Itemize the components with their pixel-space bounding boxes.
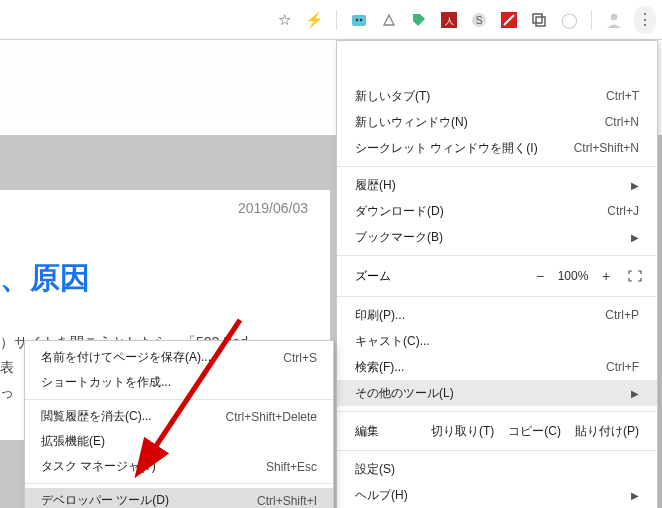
- chevron-right-icon: ▶: [631, 180, 639, 191]
- ext-icon-drive[interactable]: [379, 10, 399, 30]
- bolt-icon[interactable]: ⚡: [304, 10, 324, 30]
- edit-copy[interactable]: コピー(C): [508, 423, 561, 440]
- more-tools-submenu: 名前を付けてページを保存(A)...Ctrl+S ショートカットを作成... 閲…: [24, 340, 334, 508]
- submenu-separator: [25, 399, 333, 400]
- page-date: 2019/06/03: [0, 200, 320, 216]
- ext-icon-1[interactable]: [349, 10, 369, 30]
- toolbar-separator: [591, 10, 592, 30]
- chrome-menu-button[interactable]: ⋮: [634, 6, 656, 34]
- svg-text:S: S: [476, 15, 483, 26]
- ext-icon-copy[interactable]: [529, 10, 549, 30]
- svg-marker-3: [384, 15, 394, 25]
- submenu-extensions[interactable]: 拡張機能(E): [25, 429, 333, 454]
- ext-icon-pdf[interactable]: 人: [439, 10, 459, 30]
- menu-separator: [337, 450, 657, 451]
- zoom-value: 100%: [551, 269, 595, 283]
- menu-downloads[interactable]: ダウンロード(D)Ctrl+J: [337, 198, 657, 224]
- menu-new-window[interactable]: 新しいウィンドウ(N)Ctrl+N: [337, 109, 657, 135]
- submenu-separator: [25, 483, 333, 484]
- edit-cut[interactable]: 切り取り(T): [431, 423, 494, 440]
- menu-help[interactable]: ヘルプ(H)▶: [337, 482, 657, 508]
- menu-settings[interactable]: 設定(S): [337, 456, 657, 482]
- svg-point-1: [356, 18, 358, 20]
- browser-toolbar: ☆ ⚡ 人 S ◯ ⋮: [0, 0, 662, 40]
- menu-more-tools[interactable]: その他のツール(L)▶: [337, 380, 657, 406]
- menu-new-tab[interactable]: 新しいタブ(T)Ctrl+T: [337, 83, 657, 109]
- toolbar-separator: [336, 10, 337, 30]
- menu-print[interactable]: 印刷(P)...Ctrl+P: [337, 302, 657, 328]
- svg-point-2: [360, 18, 362, 20]
- submenu-create-shortcut[interactable]: ショートカットを作成...: [25, 370, 333, 395]
- star-icon[interactable]: ☆: [274, 10, 294, 30]
- menu-history[interactable]: 履歴(H)▶: [337, 172, 657, 198]
- svg-point-11: [611, 13, 618, 20]
- menu-cast[interactable]: キャスト(C)...: [337, 328, 657, 354]
- menu-separator: [337, 411, 657, 412]
- svg-rect-9: [533, 14, 542, 23]
- svg-rect-0: [352, 15, 366, 26]
- menu-separator: [337, 166, 657, 167]
- zoom-out-button[interactable]: −: [529, 268, 551, 284]
- submenu-clear-browsing[interactable]: 閲覧履歴を消去(C)...Ctrl+Shift+Delete: [25, 404, 333, 429]
- edit-paste[interactable]: 貼り付け(P): [575, 423, 639, 440]
- zoom-in-button[interactable]: +: [595, 268, 617, 284]
- chrome-main-menu: 新しいタブ(T)Ctrl+T 新しいウィンドウ(N)Ctrl+N シークレット …: [336, 40, 658, 508]
- ext-icon-faded[interactable]: ◯: [559, 10, 579, 30]
- menu-bookmarks[interactable]: ブックマーク(B)▶: [337, 224, 657, 250]
- chevron-right-icon: ▶: [631, 490, 639, 501]
- ext-icon-s[interactable]: S: [469, 10, 489, 30]
- svg-rect-10: [536, 17, 545, 26]
- page-headline: 、原因: [0, 258, 90, 299]
- submenu-devtools[interactable]: デベロッパー ツール(D)Ctrl+Shift+I: [25, 488, 333, 508]
- menu-zoom: ズーム − 100% +: [337, 261, 657, 291]
- chevron-right-icon: ▶: [631, 232, 639, 243]
- menu-edit-row: 編集 切り取り(T) コピー(C) 貼り付け(P): [337, 417, 657, 445]
- ext-icon-tag[interactable]: [409, 10, 429, 30]
- svg-text:人: 人: [445, 16, 454, 26]
- menu-separator: [337, 255, 657, 256]
- chevron-right-icon: ▶: [631, 388, 639, 399]
- submenu-task-manager[interactable]: タスク マネージャ(T)Shift+Esc: [25, 454, 333, 479]
- fullscreen-icon[interactable]: [625, 268, 645, 284]
- menu-incognito[interactable]: シークレット ウィンドウを開く(I)Ctrl+Shift+N: [337, 135, 657, 161]
- submenu-save-as[interactable]: 名前を付けてページを保存(A)...Ctrl+S: [25, 345, 333, 370]
- menu-separator: [337, 296, 657, 297]
- profile-avatar-icon[interactable]: [604, 10, 624, 30]
- menu-find[interactable]: 検索(F)...Ctrl+F: [337, 354, 657, 380]
- ext-icon-red[interactable]: [499, 10, 519, 30]
